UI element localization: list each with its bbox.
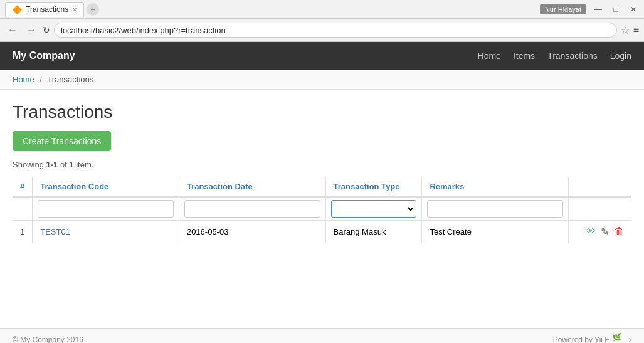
filter-date-cell xyxy=(179,197,325,221)
menu-icon[interactable]: ≡ xyxy=(633,24,639,36)
tab-favicon: 🔶 xyxy=(12,5,22,14)
breadcrumb-current: Transactions xyxy=(47,75,93,84)
col-header-type[interactable]: Transaction Type xyxy=(325,177,422,197)
footer-powered-by: Powered by Yii F xyxy=(553,335,610,344)
showing-prefix: Showing xyxy=(13,160,46,169)
bookmark-icon[interactable]: ☆ xyxy=(621,24,630,36)
filter-code-cell xyxy=(33,197,179,221)
showing-count: 1 xyxy=(69,160,73,169)
filter-remarks-input[interactable] xyxy=(427,200,563,218)
filter-row: Barang Masuk Barang Keluar xyxy=(13,197,631,221)
title-bar: 🔶 Transactions ✕ + Nur Hidayat — □ ✕ xyxy=(0,0,644,19)
showing-text: Showing 1-1 of 1 item. xyxy=(13,160,631,169)
view-icon[interactable]: 👁 xyxy=(586,226,596,238)
breadcrumb: Home / Transactions xyxy=(0,70,644,90)
edit-icon[interactable]: ✎ xyxy=(601,226,609,238)
close-button[interactable]: ✕ xyxy=(628,4,639,15)
tab-close-button[interactable]: ✕ xyxy=(72,6,77,13)
restore-button[interactable]: □ xyxy=(610,4,621,15)
showing-range: 1-1 xyxy=(46,160,58,169)
footer-copyright: © My Company 2016 xyxy=(13,335,83,344)
page-title: Transactions xyxy=(13,102,631,122)
title-bar-right: Nur Hidayat — □ ✕ xyxy=(540,4,639,15)
col-header-code[interactable]: Transaction Code xyxy=(33,177,179,197)
nav-link-items[interactable]: Items xyxy=(514,51,535,61)
row-remarks: Test Create xyxy=(422,221,569,243)
tab-title: Transactions xyxy=(26,5,68,14)
footer-right: Powered by Yii F 🌿 › xyxy=(553,333,631,344)
filter-remarks-cell xyxy=(422,197,569,221)
row-type: Barang Masuk xyxy=(325,221,422,243)
filter-code-input[interactable] xyxy=(38,200,174,218)
col-header-actions xyxy=(569,177,631,197)
col-header-num: # xyxy=(13,177,33,197)
table-header-row: # Transaction Code Transaction Date Tran… xyxy=(13,177,631,197)
browser-tab[interactable]: 🔶 Transactions ✕ xyxy=(5,2,84,17)
action-icons: 👁 ✎ 🗑 xyxy=(576,226,624,238)
row-actions: 👁 ✎ 🗑 xyxy=(569,221,631,243)
nav-link-login[interactable]: Login xyxy=(610,51,631,61)
filter-actions-cell xyxy=(569,197,631,221)
nav-link-home[interactable]: Home xyxy=(478,51,501,61)
row-date: 2016-05-03 xyxy=(179,221,325,243)
nav-link-transactions[interactable]: Transactions xyxy=(547,51,598,61)
transactions-table: # Transaction Code Transaction Date Tran… xyxy=(13,177,631,243)
col-header-date[interactable]: Transaction Date xyxy=(179,177,325,197)
address-bar: ← → ↻ ☆ ≡ xyxy=(0,19,644,41)
refresh-button[interactable]: ↻ xyxy=(43,25,50,35)
col-header-remarks[interactable]: Remarks xyxy=(422,177,569,197)
table-row: 1 TEST01 2016-05-03 Barang Masuk Test Cr… xyxy=(13,221,631,243)
new-tab-button[interactable]: + xyxy=(87,3,99,16)
footer: © My Company 2016 Powered by Yii F 🌿 › xyxy=(0,328,644,343)
breadcrumb-separator: / xyxy=(40,75,42,84)
showing-of: of xyxy=(58,160,69,169)
forward-button[interactable]: → xyxy=(24,23,39,37)
breadcrumb-home[interactable]: Home xyxy=(13,75,34,84)
filter-num-cell xyxy=(13,197,33,221)
navbar-nav: Home Items Transactions Login xyxy=(478,51,631,61)
url-input[interactable] xyxy=(54,23,617,38)
row-num: 1 xyxy=(13,221,33,243)
main-content: Transactions Create Transactions Showing… xyxy=(0,90,644,328)
scroll-right-icon[interactable]: › xyxy=(628,334,631,344)
navbar: My Company Home Items Transactions Login xyxy=(0,42,644,70)
filter-date-input[interactable] xyxy=(184,200,320,218)
browser-chrome: 🔶 Transactions ✕ + Nur Hidayat — □ ✕ ← →… xyxy=(0,0,644,42)
filter-type-cell: Barang Masuk Barang Keluar xyxy=(325,197,422,221)
navbar-brand: My Company xyxy=(13,50,478,61)
delete-icon[interactable]: 🗑 xyxy=(614,226,624,238)
row-code[interactable]: TEST01 xyxy=(33,221,179,243)
minimize-button[interactable]: — xyxy=(593,4,604,15)
user-badge: Nur Hidayat xyxy=(540,4,586,14)
back-button[interactable]: ← xyxy=(5,23,20,37)
filter-type-select[interactable]: Barang Masuk Barang Keluar xyxy=(331,200,417,218)
title-bar-left: 🔶 Transactions ✕ + xyxy=(5,2,99,17)
showing-suffix: item. xyxy=(74,160,94,169)
create-transactions-button[interactable]: Create Transactions xyxy=(13,131,111,151)
yii-logo-icon: 🌿 xyxy=(612,333,626,344)
